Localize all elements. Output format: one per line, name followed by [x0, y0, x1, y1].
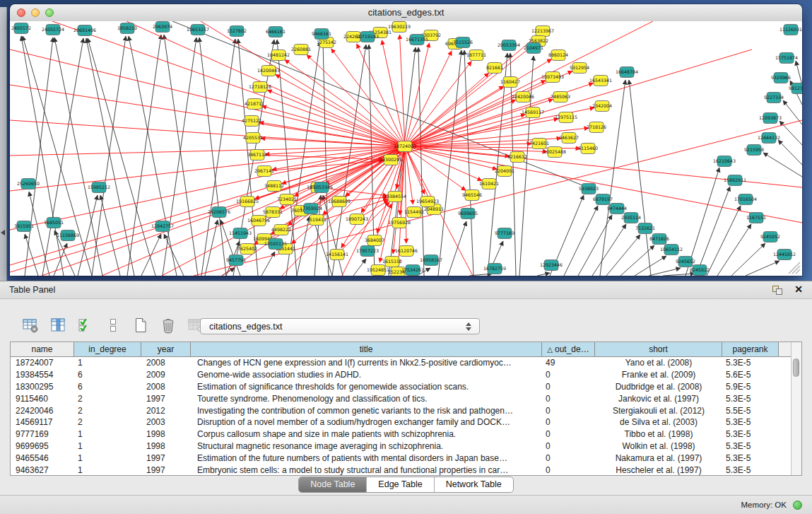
graph-node[interactable]: 10958167: [420, 255, 442, 266]
graph-node[interactable]: 8216612: [507, 152, 527, 163]
graph-node[interactable]: 2935114: [621, 213, 641, 223]
graph-node[interactable]: 1685051: [44, 218, 64, 228]
graph-node[interactable]: 15751874: [775, 53, 798, 64]
graph-node[interactable]: 9329966: [771, 73, 791, 83]
column-header-short[interactable]: short: [595, 342, 722, 357]
network-view-canvas[interactable]: 1872400718300295184812421420044312718126…: [10, 21, 802, 276]
graph-node[interactable]: 10688609: [328, 197, 351, 207]
table-row[interactable]: 1872400712008Changes of HCN gene express…: [11, 357, 791, 369]
table-row[interactable]: 969969511998Structural magnetic resonanc…: [11, 440, 791, 452]
graph-node[interactable]: 15985212: [88, 182, 110, 193]
graph-node[interactable]: 12213967: [531, 26, 554, 37]
graph-node[interactable]: 9777169: [495, 228, 514, 239]
graph-node[interactable]: 6466161: [266, 27, 286, 37]
column-header-title[interactable]: title: [191, 342, 542, 357]
graph-node[interactable]: 2405572: [11, 23, 31, 34]
graph-node[interactable]: 12718126: [249, 82, 271, 93]
graph-node[interactable]: 14569117: [522, 107, 544, 118]
graph-node[interactable]: 2967141: [254, 166, 274, 177]
graph-node[interactable]: 4205531: [243, 133, 263, 144]
graph-node[interactable]: 7234021: [277, 194, 297, 205]
graph-node[interactable]: 9474444: [607, 204, 627, 214]
graph-node[interactable]: 6879197: [593, 194, 613, 205]
scrollbar-thumb[interactable]: [793, 358, 799, 377]
graph-node[interactable]: 7625402: [237, 244, 257, 255]
table-row[interactable]: 2242004622012Investigating the contribut…: [11, 405, 791, 417]
graph-node[interactable]: 24055724: [42, 25, 64, 35]
graph-node[interactable]: 18907243: [346, 214, 368, 225]
graph-node[interactable]: 12445052: [773, 250, 796, 260]
table-row[interactable]: 911546021997Tourette syndrome. Phenomeno…: [11, 393, 791, 405]
zoom-window-button[interactable]: [45, 8, 54, 17]
graph-node[interactable]: 10654112: [660, 245, 683, 255]
graph-node[interactable]: 17957223: [356, 246, 379, 257]
graph-node[interactable]: 18481242: [267, 50, 290, 61]
graph-node[interactable]: 8860124: [548, 50, 568, 61]
table-row[interactable]: 1938455462009Genome-wide association stu…: [11, 369, 791, 381]
graph-node[interactable]: 9245052: [760, 232, 780, 243]
graph-node[interactable]: 8471826: [649, 234, 669, 245]
column-header-out_de[interactable]: △out_de…: [542, 342, 595, 357]
graph-node[interactable]: 9115460: [578, 144, 598, 154]
graph-node[interactable]: 821661: [486, 63, 503, 74]
table-row[interactable]: 1830029562008Estimation of significance …: [11, 381, 791, 393]
graph-node[interactable]: 12444132: [758, 133, 780, 144]
graph-node[interactable]: 12093873: [759, 113, 782, 124]
table-row[interactable]: 946554611997Estimation of the future num…: [11, 452, 791, 465]
graph-node[interactable]: 2204091: [495, 166, 514, 177]
graph-node[interactable]: 8245012: [690, 265, 710, 276]
table-row[interactable]: 1456911722003Disruption of a novel membe…: [11, 416, 791, 428]
graph-node[interactable]: 1858210: [117, 23, 137, 34]
graph-node[interactable]: 17016504: [734, 194, 757, 205]
graph-node[interactable]: 12975115: [555, 112, 577, 123]
graph-node[interactable]: 19756928: [388, 218, 411, 228]
graph-node[interactable]: 1527602: [227, 26, 247, 37]
minimize-window-button[interactable]: [31, 8, 40, 17]
graph-node[interactable]: 5938923: [579, 184, 599, 194]
graph-node[interactable]: 19384554: [384, 192, 406, 202]
graph-node[interactable]: 15892911: [724, 175, 746, 186]
graph-node[interactable]: 4275122: [242, 116, 261, 127]
graph-node[interactable]: 2063974: [153, 22, 172, 33]
graph-node[interactable]: 7485063: [551, 92, 570, 103]
graph-node[interactable]: 3684007: [365, 235, 384, 246]
delete-icon[interactable]: [159, 316, 177, 334]
graph-node[interactable]: 16210643: [713, 156, 736, 167]
column-header-year[interactable]: year: [141, 342, 191, 357]
graph-node[interactable]: 9463627: [559, 133, 579, 144]
graph-node[interactable]: 7421601: [529, 139, 549, 149]
column-header-pagerank[interactable]: pagerank: [722, 342, 779, 357]
close-window-button[interactable]: [17, 8, 25, 17]
graph-node[interactable]: 5912954: [570, 63, 589, 74]
graph-node[interactable]: 9215958: [744, 145, 764, 156]
network-window-titlebar[interactable]: citations_edges.txt: [10, 4, 802, 22]
graph-node[interactable]: 3915951: [14, 221, 34, 232]
graph-node[interactable]: 1610421: [479, 179, 499, 189]
graph-node[interactable]: 20053394: [498, 40, 520, 51]
graph-node[interactable]: 14156141: [326, 250, 348, 260]
graph-node[interactable]: 16120746: [395, 246, 418, 257]
graph-node[interactable]: 14200443: [257, 66, 280, 76]
graph-node[interactable]: 16648784: [616, 67, 638, 78]
graph-node[interactable]: 9466161: [312, 29, 331, 40]
graph-node[interactable]: 3488112: [264, 181, 284, 192]
graph-node[interactable]: 20691406: [73, 25, 96, 36]
graph-node[interactable]: 9245652: [676, 257, 695, 267]
tab-node-table[interactable]: Node Table: [299, 477, 366, 492]
graph-node[interactable]: 5878331: [263, 207, 283, 218]
memory-status-indicator[interactable]: [793, 501, 802, 510]
graph-node[interactable]: 1167551: [746, 213, 766, 223]
table-selector-dropdown[interactable]: citations_edges.txt: [200, 318, 480, 334]
graph-node[interactable]: 1154492: [404, 207, 424, 218]
show-column-icon[interactable]: [49, 316, 67, 334]
graph-node[interactable]: 9465546: [462, 190, 482, 201]
column-header-in_degree[interactable]: in_degree: [74, 342, 141, 357]
table-row[interactable]: 977716911998Corpus callosum shape and si…: [11, 428, 791, 440]
graph-node[interactable]: 7532621: [635, 223, 655, 234]
vertical-scrollbar[interactable]: [791, 342, 801, 475]
graph-node[interactable]: 2718126: [587, 122, 606, 133]
tab-network-table[interactable]: Network Table: [434, 477, 513, 492]
graph-node[interactable]: 1877711: [466, 50, 486, 61]
select-all-icon[interactable]: [76, 316, 95, 334]
graph-node[interactable]: 1160427: [500, 77, 520, 88]
